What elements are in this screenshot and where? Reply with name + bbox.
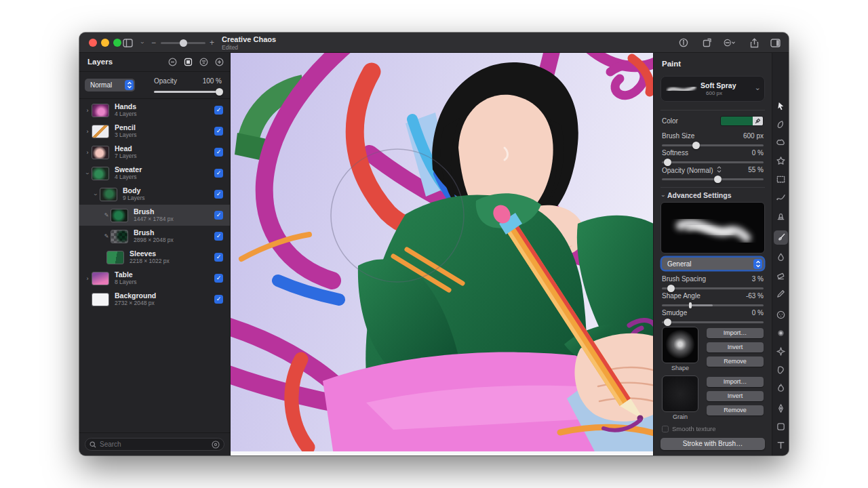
color-swatch[interactable] <box>720 116 764 126</box>
layer-visibility-checkbox[interactable]: ✓ <box>214 232 223 241</box>
view-options-icon[interactable] <box>724 37 736 49</box>
brush-size-slider[interactable] <box>662 142 764 149</box>
zoom-out-icon[interactable]: − <box>151 38 156 47</box>
pen-tool-icon[interactable] <box>775 403 787 414</box>
grain-invert-button[interactable]: Invert <box>707 391 764 401</box>
layer-row-table[interactable]: › Table8 Layers ✓ <box>79 268 230 289</box>
shape-texture-thumbnail[interactable] <box>662 327 698 363</box>
brush-preset-selector[interactable]: Soft Spray 600 px › <box>660 76 765 102</box>
layer-name: Body <box>123 187 145 195</box>
sidebar-options-chevron-icon[interactable]: › <box>136 37 149 49</box>
move-tool-icon[interactable] <box>775 100 787 112</box>
disclosure-chevron-icon[interactable]: › <box>92 190 99 199</box>
layer-thumbnail <box>92 125 109 138</box>
transform-tool-icon[interactable] <box>775 192 787 203</box>
eyedropper-icon[interactable] <box>753 117 763 125</box>
layer-row-head[interactable]: › Head7 Layers ✓ <box>79 142 230 163</box>
advanced-settings-disclosure[interactable]: ›Advanced Settings <box>662 191 732 199</box>
type-tool-icon[interactable] <box>775 439 787 451</box>
close-window-button[interactable] <box>89 39 97 47</box>
zoom-slider[interactable] <box>161 42 205 44</box>
shape-tool-icon[interactable] <box>775 421 787 432</box>
toggle-panels-icon[interactable] <box>769 37 781 49</box>
rectangular-selection-tool-icon[interactable] <box>775 174 787 185</box>
layer-thumbnail <box>92 146 109 159</box>
layer-visibility-checkbox[interactable]: ✓ <box>214 169 223 178</box>
canvas-rotate-icon[interactable] <box>701 37 713 49</box>
opacity-slider[interactable] <box>662 176 764 183</box>
layer-row-sleeves[interactable]: Sleeves2218 × 1022 px ✓ <box>79 247 230 268</box>
zoom-in-icon[interactable]: + <box>210 38 214 47</box>
share-icon[interactable] <box>748 37 760 49</box>
softness-slider[interactable] <box>662 159 764 166</box>
pixel-pencil-tool-icon[interactable] <box>775 288 787 300</box>
disclosure-chevron-icon[interactable]: › <box>83 275 92 282</box>
layer-visibility-checkbox[interactable]: ✓ <box>214 295 223 304</box>
info-icon[interactable] <box>677 37 690 49</box>
smooth-texture-checkbox[interactable] <box>662 426 669 432</box>
erase-tool-icon[interactable] <box>775 270 787 281</box>
layer-visibility-checkbox[interactable]: ✓ <box>214 253 223 262</box>
smooth-selection-tool-icon[interactable] <box>775 119 787 130</box>
layer-visibility-checkbox[interactable]: ✓ <box>214 211 223 220</box>
layer-name: Brush <box>134 229 174 237</box>
layer-row-hands[interactable]: › Hands4 Layers ✓ <box>79 100 230 121</box>
quick-selection-tool-icon[interactable] <box>775 137 787 148</box>
layer-row-brush-1[interactable]: ✎ Brush1447 × 1784 px ✓ <box>79 205 230 226</box>
layer-visibility-checkbox[interactable]: ✓ <box>214 190 223 199</box>
disclosure-chevron-icon[interactable]: › <box>83 128 92 135</box>
filter-layers-icon[interactable] <box>198 56 209 67</box>
layers-search-input[interactable]: Search <box>85 438 224 451</box>
layer-visibility-checkbox[interactable]: ✓ <box>214 274 223 283</box>
stroke-with-brush-button[interactable]: Stroke with Brush… <box>660 438 765 450</box>
soften-tool-icon[interactable] <box>775 327 787 339</box>
heal-tool-icon[interactable] <box>775 364 787 375</box>
brush-category-select[interactable]: General <box>662 258 764 270</box>
warp-tool-icon[interactable] <box>775 382 787 394</box>
color-adjustments-tool-icon[interactable] <box>775 309 787 321</box>
search-scope-icon[interactable] <box>212 441 220 449</box>
layer-visibility-checkbox[interactable]: ✓ <box>214 127 223 136</box>
smooth-texture-row[interactable]: Smooth texture <box>662 425 715 432</box>
shape-remove-button[interactable]: Remove <box>707 357 764 367</box>
layer-row-background[interactable]: Background2732 × 2048 px ✓ <box>79 289 230 310</box>
color-fill-tool-icon[interactable] <box>775 251 787 263</box>
brush-spacing-label: Brush Spacing <box>662 275 706 283</box>
layer-visibility-checkbox[interactable]: ✓ <box>214 106 223 115</box>
shape-angle-slider[interactable] <box>662 302 764 309</box>
disclosure-chevron-icon[interactable]: › <box>84 169 91 178</box>
brush-spacing-slider[interactable] <box>662 285 764 292</box>
remove-layer-icon[interactable] <box>167 56 178 67</box>
layer-row-brush-2[interactable]: ✎ Brush2898 × 2048 px ✓ <box>79 226 230 247</box>
layer-view-icon[interactable] <box>182 56 193 67</box>
layer-name: Sweater <box>115 166 142 174</box>
layer-visibility-checkbox[interactable]: ✓ <box>214 148 223 157</box>
layer-row-body[interactable]: › Body9 Layers ✓ <box>79 184 230 205</box>
canvas-area[interactable] <box>231 53 653 455</box>
opacity-mode-stepper-icon[interactable] <box>717 166 722 173</box>
smudge-slider[interactable] <box>662 319 764 326</box>
maximize-window-button[interactable] <box>113 39 121 47</box>
blend-mode-select[interactable]: Normal <box>85 79 135 92</box>
shape-invert-button[interactable]: Invert <box>707 342 764 352</box>
add-layer-icon[interactable] <box>214 56 224 67</box>
layer-name: Pencil <box>115 124 137 132</box>
shape-import-button[interactable]: Import… <box>707 328 764 338</box>
sharpen-tool-icon[interactable] <box>775 346 787 357</box>
paint-tool-icon[interactable] <box>774 230 788 245</box>
grain-texture-thumbnail[interactable] <box>662 375 698 412</box>
grain-import-button[interactable]: Import… <box>707 377 764 387</box>
zoom-slider-thumb[interactable] <box>180 39 187 47</box>
disclosure-chevron-icon[interactable]: › <box>83 107 92 114</box>
layer-row-pencil[interactable]: › Pencil3 Layers ✓ <box>79 121 230 142</box>
clone-tool-icon[interactable] <box>775 210 787 222</box>
grain-remove-button[interactable]: Remove <box>707 405 764 415</box>
layers-opacity-slider[interactable] <box>154 88 222 96</box>
toggle-sidebar-icon[interactable] <box>121 37 134 49</box>
layer-meta: 4 Layers <box>115 174 142 180</box>
layer-row-sweater[interactable]: › Sweater4 Layers ✓ <box>79 163 230 184</box>
disclosure-chevron-icon[interactable]: › <box>83 149 92 156</box>
minimize-window-button[interactable] <box>101 39 109 47</box>
magnetic-selection-tool-icon[interactable] <box>775 155 787 167</box>
blend-mode-value: Normal <box>90 81 112 89</box>
